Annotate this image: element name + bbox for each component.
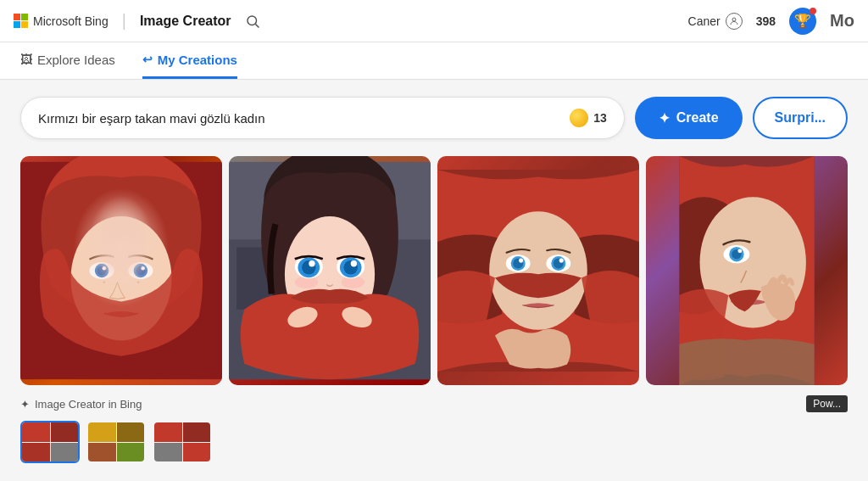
rewards-badge[interactable]: 🏆 [789,8,816,35]
coin-count: 13 [593,111,607,125]
more-button[interactable]: Mo [830,11,854,31]
search-icon [245,14,260,29]
header-right: Caner 398 🏆 Mo [688,8,854,35]
svg-rect-3 [20,162,222,379]
svg-point-11 [137,281,140,283]
logo-sq-green [21,14,28,20]
svg-line-1 [255,24,259,27]
tab-explore-ideas[interactable]: 🖼 Explore Ideas [20,42,115,79]
thumbnail-3[interactable] [153,421,212,463]
coin-badge: 13 [570,109,607,127]
thumb-cell [88,422,116,442]
image-card-3[interactable] [437,156,639,385]
svg-point-46 [519,259,523,263]
logo-sq-yellow [21,21,28,28]
logo-sq-blue [14,21,20,28]
create-icon: ✦ [659,110,670,126]
svg-point-35 [351,260,357,266]
header-search-button[interactable] [242,10,264,32]
thumb-cell [51,422,79,442]
svg-point-2 [732,18,736,21]
thumb-cell [22,443,50,462]
thumb-inner-3 [154,422,210,461]
thumb-inner-1 [22,422,78,461]
search-area: Kırmızı bir eşarp takan mavi gözlü kadın… [20,97,848,139]
svg-point-14 [95,264,108,277]
svg-point-47 [559,259,564,263]
svg-point-19 [141,266,145,271]
user-avatar-icon [726,13,743,30]
logo-sq-red [14,14,20,20]
footer-credit-text: Image Creator in Bing [35,398,142,411]
search-bar[interactable]: Kırmızı bir eşarp takan mavi gözlü kadın… [20,97,625,139]
image-creator-icon: ✦ [20,398,30,411]
brand-label: Microsoft Bing [33,14,108,28]
coin-icon [570,109,588,127]
app-header: Microsoft Bing | Image Creator Caner 398… [0,0,868,42]
nav-tabs: 🖼 Explore Ideas ↩ My Creations [0,42,868,80]
thumb-inner-2 [88,422,144,461]
thumb-cell [117,443,145,462]
svg-point-15 [134,264,147,277]
svg-point-10 [103,281,105,283]
powered-badge: Pow... [806,395,848,412]
create-label: Create [676,110,719,126]
creations-icon: ↩ [142,53,153,66]
coins-count: 398 [756,14,776,28]
tab-my-creations[interactable]: ↩ My Creations [142,42,237,79]
user-section[interactable]: Caner [688,13,743,30]
svg-point-17 [136,266,145,276]
header-divider: | [122,11,126,31]
svg-point-6 [97,273,100,277]
svg-point-4 [43,156,198,271]
surprise-button[interactable]: Surpri... [753,97,848,139]
svg-point-9 [143,273,147,277]
surprise-label: Surpri... [775,110,826,126]
create-button[interactable]: ✦ Create [635,97,743,139]
svg-point-0 [248,16,257,25]
search-input[interactable]: Kırmızı bir eşarp takan mavi gözlü kadın [38,111,570,126]
image-card-1[interactable] [20,156,222,385]
svg-point-39 [489,211,587,329]
thumb-cell [183,422,211,442]
thumb-cell [154,443,182,462]
svg-point-16 [97,266,107,276]
footer-area: ✦ Image Creator in Bing Pow... [20,395,848,412]
svg-point-34 [309,260,314,266]
thumb-cell [154,422,182,442]
thumbnail-1[interactable] [20,421,80,463]
image-card-4[interactable] [646,156,848,385]
thumb-cell [183,443,211,462]
svg-point-8 [131,270,134,272]
explore-icon: 🖼 [20,53,32,66]
footer-credit: ✦ Image Creator in Bing [20,398,142,411]
images-grid [20,156,848,385]
thumb-cell [88,443,116,462]
image-card-2[interactable] [229,156,431,385]
thumbnail-2[interactable] [86,421,146,463]
thumb-cell [51,443,79,462]
bing-logo[interactable]: Microsoft Bing [14,14,108,28]
svg-point-12 [89,262,114,279]
bing-logo-squares [14,14,28,28]
app-title: Image Creator [140,14,231,29]
svg-point-7 [108,270,111,272]
notification-dot [810,8,816,14]
svg-point-54 [737,249,742,253]
thumb-cell [22,422,50,442]
main-content: Kırmızı bir eşarp takan mavi gözlü kadın… [0,80,868,480]
explore-tab-label: Explore Ideas [37,53,115,67]
thumbnails-row [20,421,848,463]
svg-point-5 [71,216,172,340]
creations-tab-label: My Creations [158,53,237,67]
thumb-cell [117,422,145,442]
svg-point-18 [103,266,107,271]
svg-point-13 [128,262,153,279]
trophy-icon: 🏆 [794,13,811,29]
username-label: Caner [688,14,721,28]
